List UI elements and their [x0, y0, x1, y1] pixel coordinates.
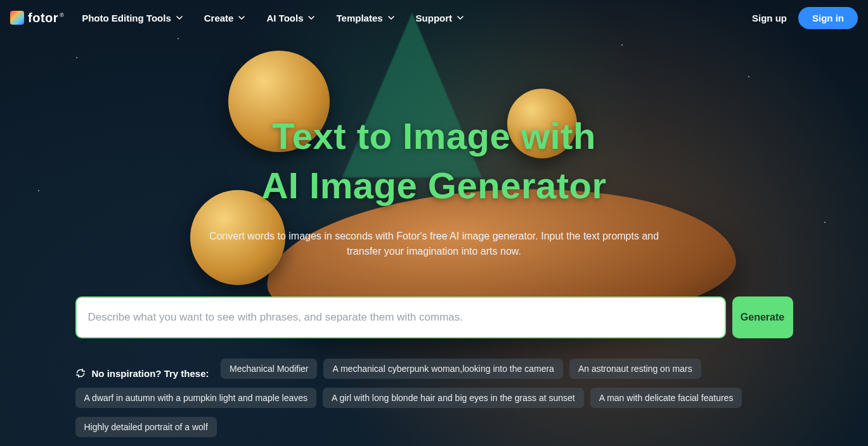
nav-label: Photo Editing Tools [82, 13, 171, 23]
logo-text: fotor® [28, 11, 64, 25]
nav-label: Support [416, 13, 453, 23]
prompt-row: Generate [75, 296, 793, 338]
refresh-icon[interactable] [75, 368, 86, 378]
chevron-down-icon [308, 15, 314, 21]
inspiration-heading: No inspiration? Try these: [75, 368, 209, 379]
hero-section: Text to Image with AI Image Generator Co… [0, 35, 868, 446]
nav-label: Templates [336, 13, 382, 23]
chevron-down-icon [388, 15, 394, 21]
signin-button[interactable]: Sign in [798, 7, 858, 29]
brand-reg: ® [60, 12, 64, 18]
signup-link[interactable]: Sign up [752, 13, 787, 23]
inspiration-chip[interactable]: An astronaut resting on mars [569, 359, 701, 379]
site-header: fotor® Photo Editing Tools Create AI Too… [0, 0, 868, 35]
inspiration-chip[interactable]: Highly detailed portrait of a wolf [75, 417, 217, 437]
primary-nav: Photo Editing Tools Create AI Tools Temp… [82, 13, 463, 23]
inspiration-chip[interactable]: A man with delicate facial features [590, 388, 742, 408]
inspiration-section: No inspiration? Try these: Mechanical Mo… [75, 359, 793, 446]
chevron-down-icon [457, 15, 463, 21]
nav-photo-editing-tools[interactable]: Photo Editing Tools [82, 13, 183, 23]
inspiration-chip[interactable]: A mechanical cyberpunk woman,looking int… [323, 359, 562, 379]
nav-support[interactable]: Support [416, 13, 464, 23]
generate-button[interactable]: Generate [732, 296, 793, 338]
chevron-down-icon [238, 15, 245, 21]
nav-label: AI Tools [266, 13, 303, 23]
page-title: Text to Image with AI Image Generator [0, 112, 868, 211]
nav-create[interactable]: Create [204, 13, 245, 23]
chevron-down-icon [176, 15, 183, 21]
inspiration-chip[interactable]: A girl with long blonde hair and big eye… [323, 388, 584, 408]
nav-label: Create [204, 13, 234, 23]
title-line-1: Text to Image with [272, 115, 596, 156]
page-subtitle: Convert words to images in seconds with … [193, 229, 675, 260]
inspiration-chip[interactable]: A dwarf in autumn with a pumpkin light a… [75, 388, 317, 408]
title-line-2: AI Image Generator [261, 165, 606, 206]
inspiration-chip[interactable]: Mechanical Modifier [221, 359, 318, 379]
logo-mark-icon [10, 11, 24, 25]
nav-ai-tools[interactable]: AI Tools [266, 13, 314, 23]
brand-name: fotor [28, 11, 58, 25]
nav-templates[interactable]: Templates [336, 13, 394, 23]
inspiration-heading-text: No inspiration? Try these: [92, 368, 209, 379]
prompt-input[interactable] [75, 296, 726, 338]
logo[interactable]: fotor® [10, 11, 64, 25]
